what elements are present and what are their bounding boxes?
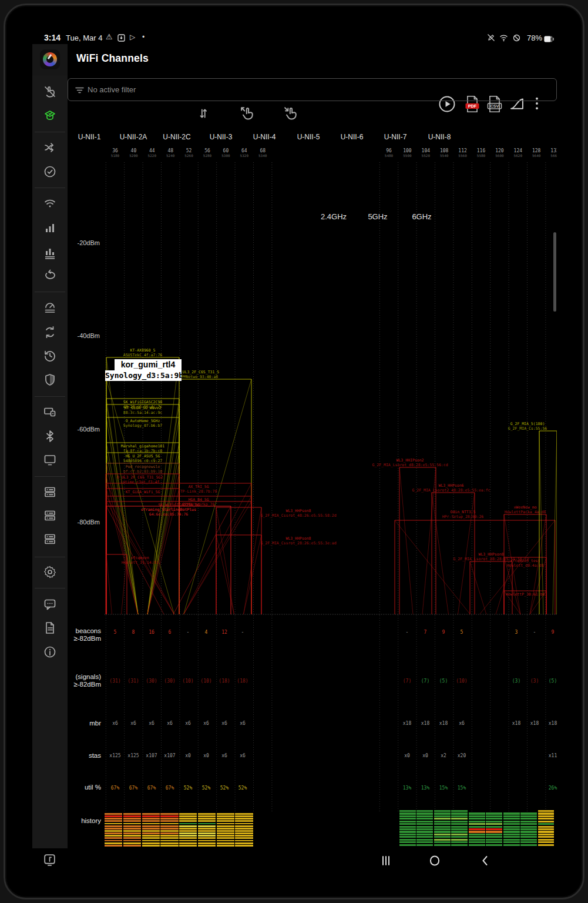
network[interactable]: G_2F_MIA_5(180)G_2F_MIA_Cs:55:56 <box>508 422 557 614</box>
band-unii-2c[interactable]: U-NII-2C <box>163 133 190 141</box>
band-unii-2a[interactable]: U-NII-2A <box>120 133 147 141</box>
network[interactable]: HewlettP_30:61:b8 <box>504 591 546 614</box>
channel-frequency: 5520 <box>422 153 431 158</box>
sidebar-item-gestures-off[interactable] <box>43 85 57 99</box>
history-cell <box>198 823 216 825</box>
sidebar-item-about-info[interactable] <box>43 645 57 659</box>
sidebar-item-signal-bars[interactable] <box>43 221 57 235</box>
recents-button[interactable] <box>379 854 394 869</box>
sidebar-item-check-status[interactable] <box>43 165 57 179</box>
network-bssid: Synology_07:b6:b7 <box>123 423 163 428</box>
network-bssid: bf:cf:b2:03:b9:10 <box>123 469 163 474</box>
history-cell <box>486 844 502 846</box>
sidebar-item-loop-test[interactable] <box>43 269 57 283</box>
network-ssid: Marshal_gigahome101 <box>121 444 164 449</box>
sidebar-item-bluetooth[interactable] <box>43 429 57 443</box>
filter-bar[interactable]: No active filter <box>68 78 557 101</box>
history-cell <box>160 823 178 825</box>
history-cell <box>123 815 141 817</box>
sidebar-item-security-shield[interactable] <box>43 373 57 387</box>
y-axis-label-20: -20dBm <box>77 239 100 246</box>
stat-value: (31) <box>109 678 120 684</box>
history-cell <box>123 830 141 832</box>
stat-value: (7) <box>403 678 411 684</box>
stat-value: x6 <box>221 721 227 726</box>
selected-network-chip-1[interactable]: kor_gumi_rtl4 <box>115 359 182 370</box>
network[interactable]: WL3_HHPson6G_2F_MIA_Lsorot2_48:28:e5:55:… <box>412 483 490 614</box>
history-cell <box>451 823 468 825</box>
history-cell <box>123 835 141 837</box>
history-cell <box>179 828 197 830</box>
band-unii-8[interactable]: U-NII-8 <box>428 133 451 141</box>
stat-value: 52% <box>184 785 192 791</box>
spectrum-chart[interactable]: 3651804052004452204852405252605652806053… <box>105 147 557 616</box>
history-cell <box>142 820 160 822</box>
sidebar-item-wifi-scan[interactable] <box>43 196 57 210</box>
band-unii-7[interactable]: U-NII-7 <box>384 133 407 141</box>
network-ssid: WL3_HHPson8 <box>285 536 311 541</box>
history-cell <box>520 815 537 817</box>
band-unii-3[interactable]: U-NII-3 <box>210 133 233 141</box>
history-cell <box>160 837 178 839</box>
sidebar-item-channels-graph[interactable] <box>43 246 57 260</box>
sidebar-item-sync[interactable] <box>43 325 57 339</box>
network-ssid: AX_TRI_5G <box>188 484 209 489</box>
network[interactable]: WL3_HHIPson2G_2F_MIA_Lsorot_d8:28:e5:55:… <box>372 458 448 614</box>
battery-icon <box>544 34 554 45</box>
pan-zoom-in-icon[interactable] <box>283 105 299 123</box>
sidebar-item-speed-test[interactable] <box>43 300 57 315</box>
stat-value: x125 <box>127 753 139 758</box>
network-bssid: Hewlett_31:14:91 <box>122 560 159 565</box>
network[interactable]: WL3_HHPson8G_2F_MIA_Cssrot_48:26:e5:55:5… <box>216 507 337 614</box>
sidebar-item-report-doc[interactable] <box>43 621 57 635</box>
band-unii-5[interactable]: U-NII-5 <box>297 133 320 141</box>
pan-zoom-out-icon[interactable] <box>239 105 256 123</box>
channel-frequency: 5640 <box>532 153 541 158</box>
history-cell <box>105 830 122 832</box>
keyboard-toggle-button[interactable] <box>42 852 58 868</box>
sidebar-item-expert-badge[interactable] <box>43 109 57 123</box>
home-button[interactable] <box>428 854 443 869</box>
sidebar-item-display[interactable] <box>43 453 57 467</box>
band-unii-1[interactable]: U-NII-1 <box>78 133 101 141</box>
band-unii-6[interactable]: U-NII-6 <box>341 133 364 141</box>
history-cell <box>179 842 197 844</box>
history-cell <box>235 832 253 834</box>
network-ssid: KT_GiGA_WiFi_5G <box>126 490 160 494</box>
sidebar-item-lan-devices[interactable] <box>43 405 57 419</box>
network[interactable]: Odin_NTT3.5HPr-Setup_28:60:26 <box>442 510 484 519</box>
history-cell <box>434 815 451 817</box>
y-axis-label-60: -60dBm <box>77 426 100 433</box>
chart-scrollbar[interactable] <box>553 232 556 312</box>
history-cell <box>179 823 197 825</box>
history-cell <box>520 834 537 835</box>
history-cell <box>198 818 216 820</box>
stat-value: 16 <box>149 630 154 635</box>
history-cell <box>503 812 520 814</box>
autoscale-icon[interactable] <box>196 106 211 123</box>
history-cell <box>105 837 122 839</box>
history-cell <box>142 840 160 842</box>
sidebar-item-server-list-2[interactable] <box>43 509 57 523</box>
history-cell <box>123 825 141 827</box>
sidebar-item-settings[interactable] <box>43 565 57 579</box>
network-ssid: KT-AX8960_5 <box>130 348 155 353</box>
selected-network-chip-2[interactable]: Synology_d3:5a:9b <box>105 370 182 381</box>
stats-row-label-stas: stas <box>89 752 101 760</box>
history-cell <box>142 813 160 815</box>
sidebar-item-server-list-3[interactable] <box>43 532 57 546</box>
sidebar-item-history[interactable] <box>43 349 57 363</box>
history-cell <box>434 836 451 838</box>
sidebar-item-feedback-chat[interactable] <box>43 597 57 611</box>
network[interactable]: xfcqmzen_testHewlett_d0:4a:d8 <box>504 557 546 614</box>
history-cell <box>399 818 416 820</box>
back-button[interactable] <box>478 854 493 869</box>
stat-value: x107 <box>164 753 175 758</box>
sidebar-item-route-test[interactable] <box>43 141 57 155</box>
app-logo[interactable] <box>32 44 68 75</box>
band-unii-4[interactable]: U-NII-4 <box>253 133 276 141</box>
history-cell <box>105 818 122 820</box>
network[interactable]: WL3_HHPson8G_2F_MIA_Cssrot_28:26:e5:55:3… <box>216 535 337 614</box>
sidebar-item-server-list-1[interactable] <box>43 485 57 499</box>
history-cell <box>198 840 216 842</box>
